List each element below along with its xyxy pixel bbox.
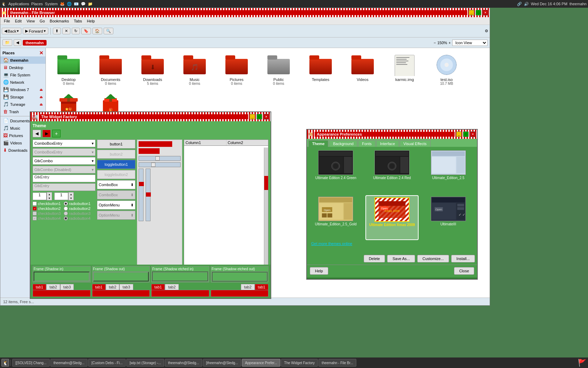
gtk-entry-1[interactable]: GtkEntry	[33, 175, 96, 182]
checkbutton-2[interactable]: ✓	[33, 206, 37, 211]
tab-background[interactable]: Background	[329, 140, 357, 147]
firefox-icon[interactable]: 🦊	[60, 2, 65, 6]
checkbutton-4[interactable]: ✓	[33, 216, 37, 220]
widget-factory-close-button[interactable]: ✕	[264, 114, 269, 120]
view-select[interactable]: Icon View List View Compact View	[452, 40, 488, 46]
sidebar-item-desktop[interactable]: 🖥 Desktop	[0, 64, 46, 71]
theme-item-ue24-red[interactable]: Ultimate Edition 2.4 Red	[365, 149, 419, 192]
radiobutton-4[interactable]	[64, 216, 68, 220]
eject-icon-tuneage[interactable]: ⏏	[40, 102, 43, 106]
applications-menu[interactable]: Applications	[8, 2, 29, 6]
widget-factory-maximize-button[interactable]: □	[257, 114, 262, 120]
list-item[interactable]: Templates	[301, 52, 340, 88]
menu-tabs[interactable]: Tabs	[72, 18, 84, 24]
get-more-themes-link[interactable]: Get more themes online	[309, 240, 475, 247]
file-browser-maximize-button[interactable]: □	[476, 10, 481, 15]
combobox-1[interactable]: ComboBox ⬍	[97, 180, 135, 189]
taskbar-app-icon[interactable]: 🐧	[1, 359, 9, 367]
tree-scrollbar[interactable]	[264, 148, 268, 265]
forward-dropdown-icon[interactable]: ▾	[44, 29, 46, 33]
spinner-input-2[interactable]: 1	[54, 192, 68, 200]
tab-fonts[interactable]: Fonts	[358, 140, 376, 147]
stop-button[interactable]: ✕	[62, 28, 70, 34]
sidebar-item-filesystem[interactable]: 💻 File System	[0, 71, 46, 79]
list-item[interactable]: Public 0 items	[259, 52, 298, 88]
nav-icon-btn[interactable]: 📁	[2, 39, 12, 46]
spinner-up-2[interactable]: ▲	[69, 192, 74, 196]
taskbar-item-3[interactable]: [wip.txt (Storage) -...	[126, 359, 164, 367]
tab-1-3[interactable]: tab3	[60, 284, 74, 290]
tab-2-1[interactable]: tab1	[92, 284, 106, 290]
v-slider-2[interactable]	[146, 169, 150, 221]
appearance-maximize-button[interactable]: □	[463, 131, 469, 137]
places-menu[interactable]: Places	[31, 2, 43, 6]
help-button[interactable]: Help	[310, 267, 328, 275]
combobox-entry-1[interactable]: ComboBoxEntry ▾	[33, 139, 96, 147]
browser-icon[interactable]: 🌐	[67, 2, 72, 6]
theme-item-ue-xmas-2009[interactable]: Xmas 2009 Open Ultimate Edition Xmas 200…	[365, 195, 419, 240]
taskbar-item-6[interactable]: Appearance Prefer...	[242, 359, 280, 367]
reload-button[interactable]: ↻	[72, 28, 80, 34]
h-slider-2[interactable]	[139, 162, 181, 167]
radiobutton-2[interactable]	[64, 206, 68, 211]
file-browser-close-button[interactable]: ✕	[483, 10, 488, 15]
list-item[interactable]: test.iso 10.7 MB	[427, 52, 466, 88]
theme-item-ue25-gold[interactable]: Open Ultimate_Edition_2.5_Gold	[309, 195, 363, 240]
theme-item-ultimate3[interactable]: Open ✓ ✓ UltimateIII	[421, 195, 475, 240]
menu-bookmarks[interactable]: Bookmarks	[48, 18, 71, 24]
spinner-down-1[interactable]: ▼	[47, 196, 52, 200]
menu-view[interactable]: View	[24, 18, 37, 24]
list-item[interactable]: Desktop 0 items	[49, 52, 88, 88]
location-crumb[interactable]: theemahn	[23, 40, 47, 46]
tab-3-2[interactable]: tab2	[165, 284, 178, 290]
menu-help[interactable]: Help	[85, 18, 97, 24]
list-item[interactable]: Pictures 0 items	[217, 52, 256, 88]
theme-item-ue24-green[interactable]: Ultimate Edition 2.4 Green	[309, 149, 363, 192]
tab-3-1[interactable]: tab1	[151, 284, 165, 290]
wf-play-button[interactable]: ▶	[42, 130, 51, 137]
zoom-plus-button[interactable]: +	[449, 41, 451, 45]
home-button[interactable]: 🏠	[92, 28, 102, 34]
save-as-button[interactable]: Save As...	[387, 255, 415, 263]
togglebutton1[interactable]: togglebutton1	[97, 160, 135, 169]
close-button[interactable]: Close	[454, 267, 474, 275]
appearance-minimize-button[interactable]: _	[456, 131, 462, 137]
sidebar-item-theemahn[interactable]: 🏠 theemahn	[0, 56, 46, 64]
up-button[interactable]: ⬆	[53, 28, 61, 34]
sidebar-close-button[interactable]: ✕	[39, 50, 43, 56]
tab-4-2[interactable]: tab2	[241, 284, 254, 290]
settings-icon[interactable]: ⚙	[485, 29, 488, 33]
tab-1-2[interactable]: tab2	[46, 284, 60, 290]
tab-interface[interactable]: Interface	[376, 140, 399, 147]
taskbar-item-4[interactable]: theemahn@Sledg...	[165, 359, 202, 367]
sidebar-item-storage[interactable]: 💾 Storage ⏏	[0, 93, 46, 101]
spinner-down-2[interactable]: ▼	[69, 196, 74, 200]
sidebar-item-tuneage[interactable]: 🎵 Tuneage ⏏	[0, 101, 46, 108]
theme-item-ue25[interactable]: Ultimate_Edition_2.5	[421, 149, 475, 192]
appearance-close-button[interactable]: ✕	[470, 131, 476, 137]
files-icon[interactable]: 📁	[88, 2, 93, 6]
wf-prev-button[interactable]: ◀	[33, 130, 41, 137]
list-item[interactable]: karmic.img	[385, 52, 424, 88]
checkbutton-3[interactable]	[33, 211, 37, 216]
menu-go[interactable]: Go	[37, 18, 47, 24]
taskbar-item-0[interactable]: [[SOLVED] Chang...	[12, 359, 50, 367]
tab-4-1[interactable]: tab1	[255, 284, 268, 290]
taskbar-item-1[interactable]: theemahn@Sledg...	[50, 359, 88, 367]
eject-icon[interactable]: ⏏	[40, 88, 43, 91]
h-slider-1[interactable]	[139, 156, 181, 161]
tab-1-1[interactable]: tab1	[33, 284, 46, 290]
list-item[interactable]: 🎵 Music 0 items	[175, 52, 214, 88]
delete-button[interactable]: Delete	[364, 255, 385, 263]
back-button[interactable]: ◀ Back ▾	[2, 28, 21, 34]
taskbar-item-8[interactable]: theemahn - File Br...	[318, 359, 356, 367]
bookmark-button[interactable]: 🔖	[81, 28, 91, 34]
gtk-combo-1[interactable]: GtkCombo ▾	[33, 157, 96, 165]
widget-factory-minimize-button[interactable]: _	[250, 114, 255, 120]
tab-2-2[interactable]: tab2	[106, 284, 119, 290]
sidebar-item-windows7[interactable]: 💾 Windows 7 ⏏	[0, 86, 46, 93]
install-button[interactable]: Install...	[451, 255, 475, 263]
wf-add-button[interactable]: +	[52, 130, 61, 137]
file-browser-minimize-button[interactable]: _	[469, 10, 474, 15]
chat-icon[interactable]: 💬	[81, 2, 86, 6]
